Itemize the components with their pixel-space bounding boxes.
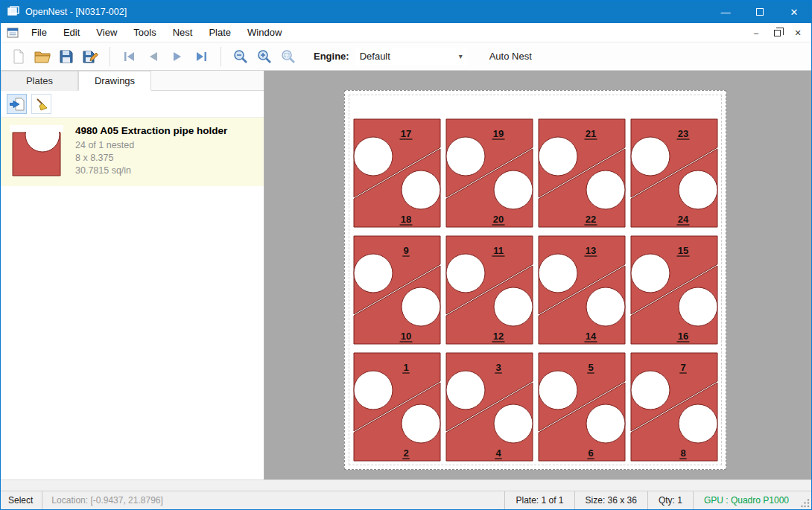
drawing-thumbnail	[10, 125, 63, 179]
plate[interactable]: 171819202122232491011121314151612345678	[344, 90, 726, 470]
zoom-out-button[interactable]	[229, 45, 253, 68]
toolbar-separator	[221, 47, 221, 66]
save-edit-button[interactable]	[78, 45, 102, 68]
svg-text:11: 11	[493, 245, 504, 256]
svg-text:23: 23	[678, 128, 688, 139]
resize-grip[interactable]	[799, 491, 811, 509]
status-mode: Select	[1, 491, 42, 509]
menu-nest[interactable]: Nest	[165, 23, 201, 42]
zoom-extent-icon	[280, 48, 296, 65]
close-icon: ✕	[790, 7, 799, 18]
child-restore-button[interactable]	[768, 25, 786, 40]
zoom-in-button[interactable]	[253, 45, 276, 68]
svg-text:1: 1	[403, 362, 408, 373]
go-previous-button[interactable]	[142, 45, 165, 68]
child-minimize-button[interactable]: –	[747, 25, 765, 40]
save-button[interactable]	[54, 45, 78, 68]
close-button[interactable]: ✕	[777, 1, 811, 23]
import-drawing-button[interactable]	[7, 94, 27, 114]
zoom-in-icon	[256, 48, 273, 65]
status-plate: Plate: 1 of 1	[504, 491, 574, 509]
go-last-button[interactable]	[189, 45, 213, 68]
app-icon	[7, 6, 19, 18]
engine-value: Default	[360, 51, 390, 62]
svg-text:21: 21	[586, 128, 596, 139]
engine-label: Engine:	[314, 51, 349, 62]
svg-text:16: 16	[678, 331, 688, 342]
auto-nest-button[interactable]: Auto Nest	[483, 48, 538, 65]
menu-edit[interactable]: Edit	[55, 23, 88, 42]
tab-plates[interactable]: Plates	[1, 71, 78, 91]
child-minimize-icon: –	[754, 28, 758, 37]
child-close-button[interactable]: ✕	[789, 25, 807, 40]
svg-text:7: 7	[680, 362, 685, 373]
svg-text:13: 13	[586, 245, 596, 256]
svg-text:17: 17	[401, 128, 411, 139]
menu-tools[interactable]: Tools	[125, 23, 164, 42]
maximize-button[interactable]	[743, 1, 777, 23]
drawing-list: 4980 A05 Extraction pipe holder 24 of 1 …	[1, 118, 264, 479]
status-gpu: GPU : Quadro P1000	[693, 491, 799, 509]
menu-bar: File Edit View Tools Nest Plate Window –…	[1, 23, 811, 42]
save-edit-icon	[82, 48, 99, 65]
svg-text:14: 14	[586, 331, 597, 342]
svg-text:3: 3	[495, 362, 501, 373]
status-bar: Select Location: [-0.9437, 21.8796] Plat…	[1, 491, 811, 509]
svg-text:2: 2	[403, 447, 408, 459]
zoom-extent-button[interactable]	[276, 45, 300, 68]
go-first-button[interactable]	[118, 45, 142, 68]
go-next-icon	[170, 49, 185, 64]
svg-text:10: 10	[401, 331, 411, 342]
drawings-toolbar	[1, 91, 264, 118]
main-toolbar: Engine: Default ▾ Auto Nest	[1, 42, 811, 71]
svg-text:9: 9	[403, 245, 408, 256]
svg-text:20: 20	[493, 214, 504, 225]
child-restore-icon	[774, 30, 781, 36]
svg-text:15: 15	[678, 245, 688, 256]
left-panel: Plates Drawings	[1, 71, 264, 479]
title-bar: OpenNest - [N0317-002] — ✕	[1, 1, 811, 23]
svg-text:22: 22	[586, 214, 596, 225]
svg-text:8: 8	[680, 447, 685, 459]
svg-text:24: 24	[678, 214, 689, 225]
new-document-icon	[10, 48, 27, 65]
engine-select[interactable]: Default ▾	[355, 48, 467, 66]
maximize-icon	[756, 8, 764, 16]
import-drawing-icon	[10, 98, 25, 111]
go-last-icon	[194, 49, 209, 64]
go-previous-icon	[146, 49, 161, 64]
status-size: Size: 36 x 36	[574, 491, 647, 509]
chevron-down-icon: ▾	[459, 52, 463, 60]
minimize-button[interactable]: —	[708, 1, 743, 23]
open-button[interactable]	[31, 45, 54, 68]
drawing-nested-count: 24 of 1 nested	[75, 139, 227, 152]
app-window: OpenNest - [N0317-002] — ✕ File Edit Vie…	[0, 0, 812, 510]
menu-window[interactable]: Window	[239, 23, 290, 42]
nest-canvas[interactable]: 171819202122232491011121314151612345678	[264, 71, 811, 479]
svg-text:12: 12	[493, 331, 504, 342]
drawing-area: 30.7815 sq/in	[75, 165, 227, 177]
go-first-icon	[122, 49, 137, 64]
save-icon	[58, 48, 74, 65]
nested-parts[interactable]: 171819202122232491011121314151612345678	[351, 115, 720, 465]
toolbar-separator	[110, 47, 110, 66]
horizontal-scrollbar[interactable]	[1, 479, 811, 491]
status-location: Location: [-0.9437, 21.8796]	[42, 495, 504, 506]
menu-view[interactable]: View	[88, 23, 125, 42]
drawing-list-item[interactable]: 4980 A05 Extraction pipe holder 24 of 1 …	[1, 118, 264, 186]
mdi-document-icon	[7, 28, 19, 38]
svg-text:6: 6	[588, 447, 593, 459]
go-next-button[interactable]	[165, 45, 189, 68]
menu-file[interactable]: File	[23, 23, 55, 42]
new-button[interactable]	[7, 45, 31, 68]
drawing-size: 8 x 8.375	[75, 152, 227, 165]
open-folder-icon	[34, 48, 51, 65]
resize-grip-icon	[801, 499, 810, 508]
clean-button[interactable]	[31, 94, 51, 114]
clean-broom-icon	[34, 97, 49, 112]
menu-plate[interactable]: Plate	[200, 23, 239, 42]
tab-drawings[interactable]: Drawings	[78, 71, 151, 91]
minimize-icon: —	[721, 7, 731, 18]
drawing-info: 4980 A05 Extraction pipe holder 24 of 1 …	[75, 125, 227, 179]
child-close-icon: ✕	[794, 28, 801, 38]
